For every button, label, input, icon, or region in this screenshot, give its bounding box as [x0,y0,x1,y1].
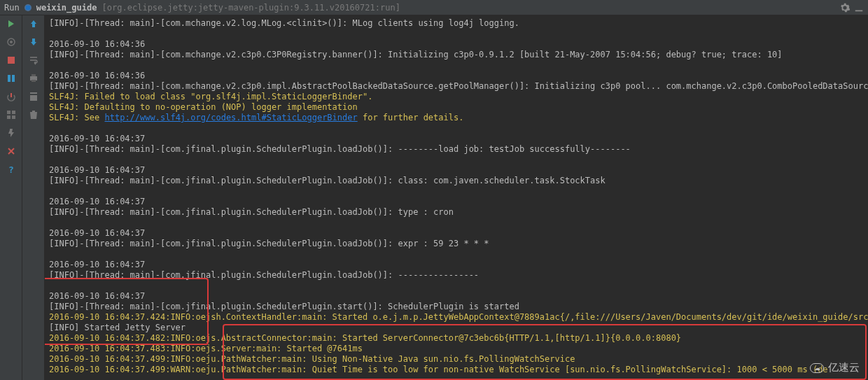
log-line-jetty: 2016-09-10 16:04:37.424:INFO:oejsh.Conte… [49,312,864,323]
toolbar-right [840,3,864,13]
log-line: [INFO]-[Thread: main]-[com.jfinal.plugin… [49,144,864,155]
watermark: ☁ 亿速云 [810,361,860,374]
svg-rect-8 [7,115,10,119]
svg-rect-13 [31,80,36,82]
log-line: 2016-09-10 16:04:36 [49,71,864,81]
log-line: [INFO]-[Thread: main]-[com.jfinal.plugin… [49,302,864,312]
run-label: Run [4,3,20,13]
arrow-up-icon[interactable] [28,18,39,29]
log-line: [INFO]-[Thread: main]-[com.mchange.v2.lo… [49,18,864,29]
close-icon[interactable] [6,146,17,157]
run-config-icon [24,3,32,12]
svg-rect-12 [31,74,36,76]
log-line: [INFO]-[Thread: main]-[com.jfinal.plugin… [49,176,864,186]
debug-icon[interactable] [6,36,17,48]
run-toolbar: Run weixin_guide [org.eclipse.jetty:jett… [0,0,868,15]
log-line: 2016-09-10 16:04:37 [49,165,864,176]
svg-text:?: ? [8,164,14,174]
minimize-icon[interactable] [854,3,864,13]
print-icon[interactable] [28,73,39,84]
soft-wrap-icon[interactable] [28,55,39,66]
svg-rect-7 [12,111,15,114]
svg-rect-5 [12,75,15,82]
svg-rect-3 [8,57,15,64]
log-line: 2016-09-10 16:04:37 [49,291,864,302]
log-line: 2016-09-10 16:04:36 [49,39,864,50]
log-line-jetty: 2016-09-10 16:04:37.483:INFO:oejs.Server… [49,344,864,354]
log-line: 2016-09-10 16:04:37 [49,260,864,270]
main-panel: ? [INFO]-[Thread: main]-[com.mchange.v2.… [0,15,868,380]
run-config-name: weixin_guide [org.eclipse.jetty:jetty-ma… [36,3,400,13]
svg-rect-6 [7,111,10,114]
log-line: 2016-09-10 16:04:37 [49,228,864,239]
svg-point-2 [10,41,13,43]
log-line-jetty: 2016-09-10 16:04:37.482:INFO:oejs.Abstra… [49,333,864,344]
log-line-warn: SLF4J: See http://www.slf4j.org/codes.ht… [49,113,864,123]
log-line: 2016-09-10 16:04:37 [49,134,864,144]
log-line: [INFO] Started Jetty Server [49,323,864,333]
trash-icon[interactable] [28,109,39,120]
log-line-jetty: 2016-09-10 16:04:37.499:INFO:oeju.PathWa… [49,354,864,365]
gutter-mid [22,15,45,380]
svg-rect-14 [30,92,37,94]
log-line: [INFO]-[Thread: main]-[com.mchange.v2.c3… [49,81,864,92]
rerun-icon[interactable] [6,18,17,29]
log-line-jetty: 2016-09-10 16:04:37.499:WARN:oeju.PathWa… [49,365,864,375]
help-icon[interactable]: ? [6,164,17,175]
console-output[interactable]: [INFO]-[Thread: main]-[com.mchange.v2.lo… [45,15,868,380]
watermark-text: 亿速云 [828,361,860,374]
arrow-down-icon[interactable] [28,36,39,48]
scroll-top-icon[interactable] [28,91,39,102]
log-line: [INFO]-[Thread: main]-[com.jfinal.plugin… [49,207,864,218]
svg-rect-9 [12,115,15,119]
gutter-left: ? [0,15,22,380]
log-line: [INFO]-[Thread: main]-[com.mchange.v2.c3… [49,50,864,60]
cloud-icon: ☁ [810,363,824,373]
exit-icon[interactable] [6,91,17,102]
pin-icon[interactable] [6,127,17,139]
log-line-warn: SLF4J: Defaulting to no-operation (NOP) … [49,102,864,113]
stop-icon[interactable] [6,55,17,66]
log-line: [INFO]-[Thread: main]-[com.jfinal.plugin… [49,239,864,249]
run-config-suffix: [org.eclipse.jetty:jetty-maven-plugin:9.… [97,3,400,13]
log-line-warn: SLF4J: Failed to load class "org.slf4j.i… [49,92,864,102]
run-config-title: weixin_guide [36,3,97,13]
slf4j-link[interactable]: http://www.slf4j.org/codes.html#StaticLo… [104,113,357,122]
log-line: [INFO]-[Thread: main]-[com.jfinal.plugin… [49,270,864,281]
gear-icon[interactable] [840,3,850,13]
svg-rect-4 [8,75,10,82]
log-line: 2016-09-10 16:04:37 [49,197,864,207]
svg-rect-15 [30,95,37,101]
layout-icon[interactable] [6,109,17,120]
pause-icon[interactable] [6,73,17,84]
